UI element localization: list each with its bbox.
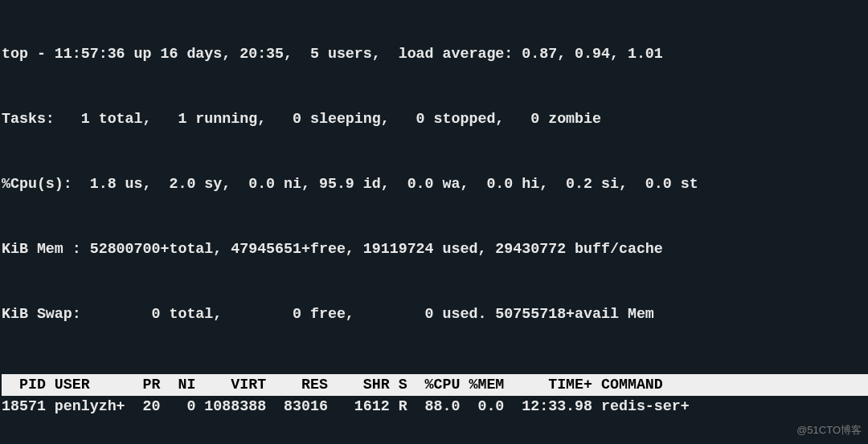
watermark: @51CTO博客 [796, 419, 862, 441]
top-line2: Tasks: 1 total, 1 running, 0 sleeping, 0… [2, 108, 868, 130]
separator [2, 418, 868, 444]
top-line5: KiB Swap: 0 total, 0 free, 0 used. 50755… [2, 303, 868, 325]
top-line3: %Cpu(s): 1.8 us, 2.0 sy, 0.0 ni, 95.9 id… [2, 173, 868, 195]
top-process-header: PID USER PR NI VIRT RES SHR S %CPU %MEM … [2, 374, 868, 396]
top-process-row: 18571 penlyzh+ 20 0 1088388 83016 1612 R… [2, 396, 868, 418]
terminal-window[interactable]: top - 11:57:36 up 16 days, 20:35, 5 user… [0, 0, 868, 444]
top-line1: top - 11:57:36 up 16 days, 20:35, 5 user… [2, 43, 868, 65]
top-summary: top - 11:57:36 up 16 days, 20:35, 5 user… [2, 0, 868, 369]
top-line4: KiB Mem : 52800700+total, 47945651+free,… [2, 238, 868, 260]
